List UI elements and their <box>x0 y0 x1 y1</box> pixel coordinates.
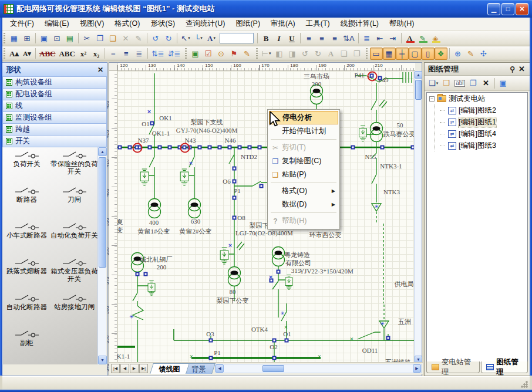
context-menu-item[interactable]: 数据(D) ▶ <box>269 198 338 211</box>
shape-group-button[interactable]: 构筑设备组 <box>2 77 107 89</box>
superscript-button[interactable]: x² <box>77 48 90 60</box>
selection-handle[interactable] <box>158 146 162 150</box>
selection-handle[interactable] <box>258 146 262 150</box>
page-toggle[interactable]: ▯ <box>422 48 435 60</box>
toolbar-grip[interactable] <box>184 48 187 59</box>
canvas-vertical-scrollbar[interactable]: ▲ ▼ <box>414 71 422 363</box>
sheet-tab[interactable]: 馈线图 <box>150 363 190 374</box>
ruler-toggle[interactable]: ▭ <box>370 48 383 60</box>
spacing-15-button[interactable]: ≡ <box>120 48 133 60</box>
shape-group-button[interactable]: 配电设备组 <box>2 89 107 100</box>
menu-item[interactable]: 文件(F) <box>5 18 39 30</box>
rename-sheet-button[interactable]: abl <box>453 77 466 89</box>
rotate-text-button[interactable]: A <box>325 48 338 60</box>
menu-item[interactable]: 视图(V) <box>75 18 110 30</box>
shape-item[interactable]: 自动化断路器 <box>3 290 50 326</box>
selection-handle[interactable] <box>233 196 237 200</box>
selection-handle[interactable] <box>128 146 132 150</box>
tab-nav-button[interactable]: ◀ <box>120 364 129 373</box>
validate-button[interactable]: ☑ <box>202 48 215 60</box>
shape-group-button[interactable]: 开关 <box>2 136 107 147</box>
zoom-button[interactable]: ⊕ <box>452 48 464 60</box>
selection-handle[interactable] <box>370 74 374 78</box>
tree-item-sheet[interactable]: ⇄ [编辑]图纸1 <box>435 116 527 128</box>
selection-handle[interactable] <box>248 146 252 150</box>
selection-handle[interactable] <box>209 339 213 343</box>
tree-item-substation[interactable]: − 测试变电站 <box>427 93 527 104</box>
context-menu-item[interactable]: ✂ 剪切(T) <box>269 141 338 154</box>
underline-button[interactable]: U <box>285 32 298 45</box>
selection-handle[interactable] <box>233 180 237 184</box>
space-after-button[interactable]: ⇵≣ <box>166 48 183 60</box>
close-icon[interactable]: ✕ <box>517 65 526 73</box>
context-menu-item[interactable]: ? 帮助(H) <box>269 214 338 228</box>
annotate-button[interactable]: ✎ <box>241 48 254 60</box>
move-shapes-button[interactable]: ✣ <box>477 48 490 60</box>
canvas-horizontal-scrollbar[interactable]: ◀ ▶ <box>215 364 422 373</box>
outdent-button[interactable]: ⇤ <box>373 32 386 45</box>
scroll-down-icon[interactable]: ▼ <box>98 356 107 364</box>
bullets-button[interactable]: ≣ <box>361 32 373 45</box>
shape-item[interactable]: 自动化负荷开关 <box>50 219 98 255</box>
bring-to-front-button[interactable]: ❏ <box>338 48 351 60</box>
open-sheet-button[interactable]: ❒ <box>440 77 453 89</box>
selection-handle[interactable] <box>272 356 277 360</box>
shrink-font-button[interactable]: A▾ <box>21 48 33 60</box>
scrollbar-thumb[interactable] <box>99 157 106 268</box>
selection-handle[interactable] <box>198 146 202 150</box>
close-button[interactable]: ✕ <box>516 3 528 15</box>
marquee-toggle[interactable]: ▢ <box>409 48 422 60</box>
text-tool-button[interactable]: A▾ <box>205 32 218 45</box>
save-button[interactable]: ▣ <box>38 32 50 45</box>
menu-item[interactable]: 帮助(H) <box>384 18 419 30</box>
shape-group-button[interactable]: 监测设备组 <box>2 112 107 124</box>
delete-sheet-button[interactable]: ✕ <box>480 77 493 89</box>
stamp-button[interactable]: ⚑ <box>228 48 241 60</box>
subscript-button[interactable]: x₂ <box>90 48 103 60</box>
text-direction-button[interactable]: ⇅A <box>341 32 356 45</box>
resize-grip[interactable] <box>520 380 528 388</box>
selection-handle[interactable] <box>118 146 122 150</box>
line-color-button[interactable]: ✎ <box>416 32 429 45</box>
drawing-area[interactable]: 三鸟市场200P41P49OK1O1OK1-1N37N43N46梨园下支线GYJ… <box>117 71 415 363</box>
selection-handle[interactable] <box>135 146 139 150</box>
tab-nav-button[interactable]: ▶ <box>130 364 139 373</box>
pin-icon[interactable]: ⚲ <box>507 65 517 73</box>
tree-item-sheet[interactable]: ⇄ [编辑]图纸2 <box>435 104 527 116</box>
selection-handle[interactable] <box>260 184 264 188</box>
shape-item[interactable]: 断路器 <box>3 183 50 219</box>
format-painter-button[interactable]: ✎ <box>132 32 145 45</box>
selection-handle[interactable] <box>183 146 187 150</box>
copy-button[interactable]: ❐ <box>93 32 106 45</box>
substation-view-button[interactable]: ▣ <box>497 77 510 89</box>
scrollbar-thumb[interactable] <box>262 365 284 372</box>
undo-button[interactable]: ↺ <box>149 32 162 45</box>
scroll-up-icon[interactable]: ▲ <box>98 147 107 156</box>
pages-button[interactable]: ▦ <box>8 32 21 45</box>
properties-button[interactable]: ✎ <box>464 48 477 60</box>
print-button[interactable]: ▤ <box>63 32 76 45</box>
selection-handle[interactable] <box>228 146 232 150</box>
context-menu-item[interactable]: ❐ 复制绘图(C) <box>269 154 338 168</box>
table-button[interactable]: ⊞ <box>21 32 33 45</box>
spacing-2-button[interactable]: ≣ <box>133 48 146 60</box>
align-shapes-button[interactable]: ⊢▾ <box>260 48 273 60</box>
shape-item[interactable]: 小车式断路器 <box>3 219 50 255</box>
pointer-tool-button[interactable]: ↖▾ <box>179 32 192 45</box>
selection-handle[interactable] <box>378 76 382 80</box>
copy-sheet-button[interactable]: ❐ <box>467 77 480 89</box>
menu-item[interactable]: 查询统计(U) <box>180 18 230 30</box>
flip-vertical-button[interactable]: ◨ <box>286 48 299 60</box>
print-preview-button[interactable]: ⊡ <box>50 32 63 45</box>
selection-handle[interactable] <box>209 356 213 360</box>
selection-handle[interactable] <box>144 272 148 276</box>
new-sheet-button[interactable]: ❏▾ <box>427 77 440 89</box>
spacing-1-button[interactable]: = <box>107 48 120 60</box>
selection-handle[interactable] <box>285 339 289 343</box>
menu-item[interactable]: 格式(O) <box>109 18 145 30</box>
shape-item[interactable]: 带保险丝的负荷开关 <box>50 147 98 183</box>
strikethrough-button[interactable]: ABC <box>38 48 57 60</box>
redo-button[interactable]: ↻ <box>162 32 175 45</box>
indent-button[interactable]: ⇥ <box>386 32 399 45</box>
rotate-left-button[interactable]: ↺ <box>299 48 312 60</box>
